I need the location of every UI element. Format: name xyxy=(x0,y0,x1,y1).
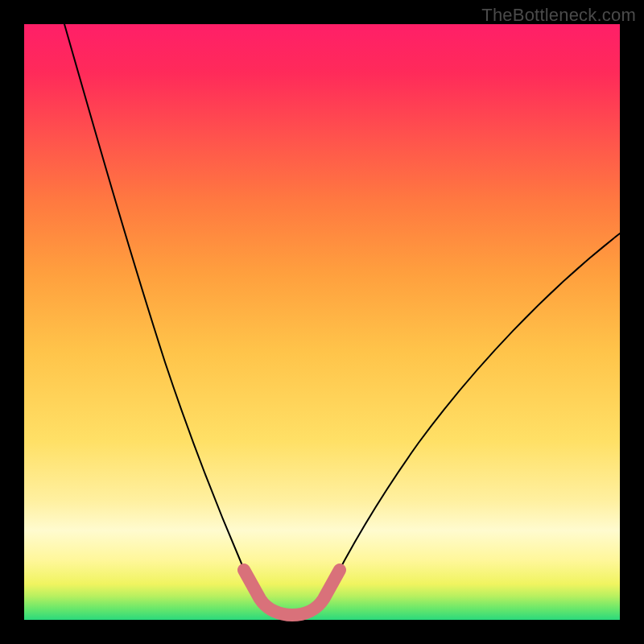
plot-area xyxy=(24,24,620,620)
watermark-text: TheBottleneck.com xyxy=(481,5,636,26)
highlight-u xyxy=(244,570,340,615)
curve-right xyxy=(326,233,620,596)
curve-left xyxy=(64,24,258,596)
curve-svg xyxy=(24,24,620,620)
chart-frame: TheBottleneck.com xyxy=(0,0,644,644)
